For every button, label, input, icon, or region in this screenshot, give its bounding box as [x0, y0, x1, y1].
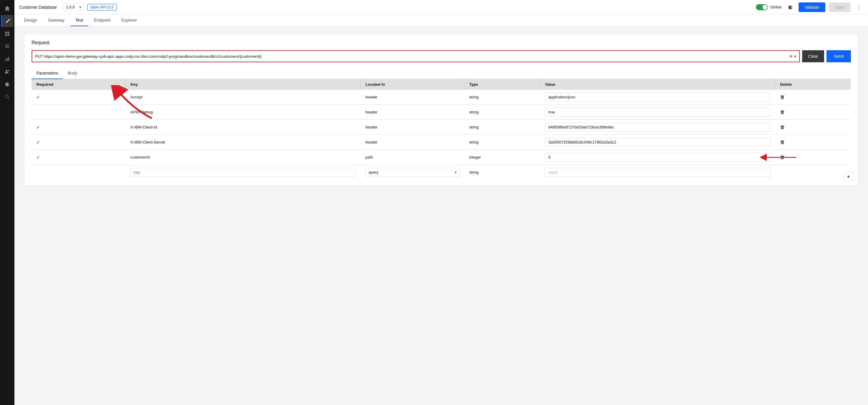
tab-endpoint[interactable]: Endpoint — [89, 18, 116, 26]
svg-rect-1 — [7, 32, 9, 33]
key-cell: X-IBM-Client-Id — [126, 120, 361, 135]
value-input[interactable] — [545, 123, 770, 132]
type-cell: string — [464, 90, 540, 105]
svg-rect-8 — [7, 58, 7, 61]
svg-rect-5 — [5, 46, 9, 47]
sidebar-icon-list[interactable] — [1, 40, 13, 52]
svg-point-11 — [8, 70, 9, 71]
value-cell — [540, 150, 775, 165]
svg-rect-4 — [5, 45, 9, 45]
value-cell — [540, 90, 775, 105]
type-cell: string — [464, 135, 540, 150]
table-row: ✓ X-IBM-Client-Id header string — [32, 120, 851, 135]
delete-cell — [775, 120, 851, 135]
delete-button[interactable] — [780, 125, 785, 130]
parameters-table: Required Key Located In Type Value Delet… — [32, 79, 851, 180]
key-cell: customerId — [126, 150, 361, 165]
svg-point-12 — [5, 95, 8, 98]
sidebar-icon-grid[interactable] — [1, 28, 13, 40]
topbar: Customer Database 1.0.0 Open API v2.0 On… — [14, 0, 868, 15]
main-content: Customer Database 1.0.0 Open API v2.0 On… — [14, 0, 868, 405]
url-input-wrapper: ✕ ▾ — [32, 50, 800, 62]
delete-cell — [775, 90, 851, 105]
sub-tab-body[interactable]: Body — [63, 68, 82, 79]
located-in-cell: header — [361, 135, 464, 150]
url-clear-x-button[interactable]: ✕ — [789, 54, 793, 59]
col-value: Value — [540, 79, 775, 90]
located-in-cell: header — [361, 90, 464, 105]
type-cell: integer — [464, 150, 540, 165]
required-cell — [32, 165, 126, 180]
sidebar-icon-edit[interactable] — [1, 15, 13, 27]
sidebar-icon-search[interactable] — [1, 91, 13, 103]
url-input-actions: ✕ ▾ — [789, 54, 796, 59]
delete-button[interactable] — [780, 155, 785, 160]
tab-gateway[interactable]: Gateway — [43, 18, 69, 26]
required-cell: ✓ — [32, 150, 126, 165]
settings-button[interactable] — [785, 2, 795, 12]
delete-button[interactable] — [780, 110, 785, 115]
delete-cell — [775, 150, 851, 165]
more-options-button[interactable]: ⋮ — [854, 4, 863, 10]
sub-tabs: Parameters Body — [32, 68, 851, 79]
tab-design[interactable]: Design — [19, 18, 42, 26]
value-input-customerid[interactable] — [545, 153, 770, 162]
value-cell — [540, 165, 775, 180]
key-cell — [126, 165, 361, 180]
sidebar-icon-users[interactable] — [1, 66, 13, 78]
tab-explorer[interactable]: Explorer — [117, 18, 142, 26]
located-in-cell: path — [361, 150, 464, 165]
table-row-new: query header path string — [32, 165, 851, 180]
svg-rect-2 — [5, 34, 7, 36]
svg-line-13 — [8, 98, 9, 99]
col-required: Required — [32, 79, 126, 90]
app-title: Customer Database — [19, 5, 57, 10]
version-select[interactable]: 1.0.0 — [63, 3, 84, 11]
value-input[interactable] — [545, 108, 770, 116]
value-cell — [540, 105, 775, 120]
delete-button[interactable] — [780, 95, 785, 99]
sidebar — [0, 0, 14, 405]
check-icon: ✓ — [36, 95, 40, 99]
send-button[interactable]: Send — [827, 50, 851, 62]
sidebar-icon-home[interactable] — [1, 2, 13, 15]
scroll-to-top-button[interactable]: ▲ — [844, 171, 853, 181]
tab-test[interactable]: Test — [71, 18, 88, 26]
table-wrapper: Required Key Located In Type Value Delet… — [32, 79, 851, 180]
clear-button[interactable]: Clear — [802, 50, 824, 62]
sidebar-icon-settings[interactable] — [1, 78, 13, 90]
svg-rect-6 — [5, 47, 9, 48]
online-label: Online — [770, 5, 782, 9]
svg-point-10 — [6, 70, 7, 71]
sidebar-icon-chart[interactable] — [1, 53, 13, 65]
new-value-input[interactable] — [545, 168, 770, 177]
col-type: Type — [464, 79, 540, 90]
openapi-badge[interactable]: Open API v2.0 — [87, 4, 117, 10]
required-cell: ✓ — [32, 90, 126, 105]
save-button[interactable]: Save — [829, 2, 850, 12]
new-key-input[interactable] — [130, 168, 356, 177]
key-cell: X-IBM-Client-Secret — [126, 135, 361, 150]
url-bar: ✕ ▾ Clear Send — [32, 50, 851, 62]
col-delete: Delete — [775, 79, 851, 90]
required-cell — [32, 105, 126, 120]
delete-button[interactable] — [780, 140, 785, 145]
located-in-select-wrapper: query header path — [366, 168, 460, 177]
col-located-in: Located In — [361, 79, 464, 90]
value-input[interactable] — [545, 93, 770, 102]
located-in-cell: header — [361, 120, 464, 135]
svg-rect-0 — [5, 32, 7, 33]
tabs-bar: Design Gateway Test Endpoint Explorer — [14, 15, 868, 27]
check-icon: ✓ — [36, 140, 40, 145]
sub-tab-parameters[interactable]: Parameters — [32, 68, 63, 79]
url-chevron-button[interactable]: ▾ — [794, 54, 796, 59]
url-input[interactable] — [35, 54, 789, 59]
online-toggle-switch[interactable] — [756, 4, 768, 10]
validate-button[interactable]: Validate — [799, 2, 826, 12]
table-row: APIm-Debug header string — [32, 105, 851, 120]
delete-cell — [775, 165, 851, 180]
value-input[interactable] — [545, 138, 770, 147]
located-in-select[interactable]: query header path — [366, 168, 460, 177]
table-row: ✓ customerId path integer — [32, 150, 851, 165]
required-cell: ✓ — [32, 120, 126, 135]
